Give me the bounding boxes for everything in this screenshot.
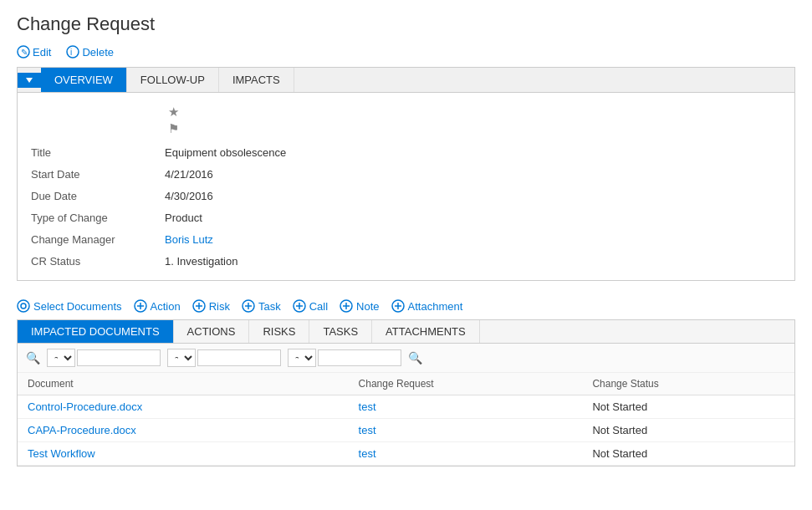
- add-action-icon: [134, 299, 147, 313]
- sub-tab-actions[interactable]: ACTIONS: [174, 320, 250, 343]
- col-change-request: Change Request: [349, 373, 583, 395]
- filter-group-2: ~: [167, 349, 281, 367]
- field-change-manager: Change Manager Boris Lutz: [18, 228, 794, 250]
- page-title: Change Request: [17, 13, 795, 35]
- add-attachment-button[interactable]: Attachment: [391, 299, 463, 313]
- svg-text:i: i: [70, 48, 72, 57]
- flag-icon[interactable]: ⚑: [168, 121, 794, 136]
- edit-label: Edit: [33, 46, 51, 59]
- tab-followup[interactable]: FOLLOW-UP: [127, 68, 219, 92]
- add-note-button[interactable]: Note: [340, 299, 379, 313]
- type-of-change-value: Product: [165, 212, 202, 224]
- svg-text:✎: ✎: [21, 48, 28, 57]
- filter-select-2[interactable]: ~: [167, 349, 196, 367]
- call-label: Call: [309, 300, 328, 313]
- col-document: Document: [18, 373, 349, 395]
- delete-icon: i: [66, 45, 79, 59]
- main-tabs-bar: OVERVIEW FOLLOW-UP IMPACTS: [17, 67, 795, 93]
- due-date-value: 4/30/2016: [165, 190, 213, 202]
- star-icon[interactable]: ★: [168, 105, 794, 120]
- sub-tab-tasks[interactable]: TASKS: [309, 320, 372, 343]
- filter-group-1: ~: [47, 349, 161, 367]
- field-due-date: Due Date 4/30/2016: [18, 185, 794, 207]
- select-documents-label: Select Documents: [33, 300, 122, 313]
- document-cell[interactable]: CAPA-Procedure.docx: [18, 419, 349, 442]
- filter-select-1[interactable]: ~: [47, 349, 75, 367]
- delete-button[interactable]: i Delete: [66, 45, 114, 59]
- field-start-date: Start Date 4/21/2016: [18, 163, 794, 185]
- attachment-label: Attachment: [408, 300, 463, 313]
- tab-overview[interactable]: OVERVIEW: [41, 68, 127, 92]
- change-request-cell[interactable]: test: [349, 442, 583, 466]
- task-label: Task: [258, 300, 281, 313]
- action-label: Action: [151, 300, 181, 313]
- col-change-status: Change Status: [582, 373, 794, 395]
- star-flag-area: ★ ⚑: [18, 101, 794, 141]
- add-attachment-icon: [391, 299, 405, 313]
- change-request-cell[interactable]: test: [349, 419, 583, 442]
- svg-point-5: [21, 303, 26, 309]
- add-call-icon: [293, 299, 306, 313]
- tab-dropdown[interactable]: [18, 73, 41, 88]
- sub-tab-impacted-documents[interactable]: IMPACTED DOCUMENTS: [18, 320, 174, 343]
- filter-group-3: ~: [288, 349, 401, 367]
- select-documents-button[interactable]: Select Documents: [17, 299, 122, 313]
- search-icon-left: 🔍: [26, 351, 40, 365]
- title-value: Equipment obsolescence: [165, 146, 286, 159]
- note-label: Note: [356, 300, 379, 313]
- filter-input-1[interactable]: [77, 349, 161, 366]
- change-status-cell: Not Started: [582, 395, 794, 419]
- add-risk-button[interactable]: Risk: [192, 299, 230, 313]
- field-title: Title Equipment obsolescence: [18, 141, 794, 163]
- delete-label: Delete: [82, 46, 114, 59]
- filter-row: 🔍 ~ ~ ~ 🔍: [18, 344, 794, 373]
- start-date-value: 4/21/2016: [165, 168, 213, 181]
- add-call-button[interactable]: Call: [293, 299, 328, 313]
- overview-panel: ★ ⚑ Title Equipment obsolescence Start D…: [17, 93, 795, 281]
- table-container: 🔍 ~ ~ ~ 🔍: [17, 344, 795, 467]
- add-action-button[interactable]: Action: [134, 299, 181, 313]
- document-cell[interactable]: Control-Procedure.docx: [18, 395, 349, 419]
- change-manager-link[interactable]: Boris Lutz: [165, 233, 213, 246]
- svg-point-2: [67, 46, 79, 58]
- add-risk-icon: [192, 299, 206, 313]
- cr-status-value: 1. Investigation: [165, 255, 237, 268]
- filter-select-3[interactable]: ~: [288, 349, 316, 367]
- edit-button[interactable]: ✎ Edit: [17, 45, 51, 59]
- table-row: CAPA-Procedure.docxtestNot Started: [18, 419, 794, 442]
- sub-tabs-bar: IMPACTED DOCUMENTS ACTIONS RISKS TASKS A…: [17, 319, 795, 344]
- field-cr-status: CR Status 1. Investigation: [18, 250, 794, 272]
- change-status-cell: Not Started: [582, 419, 794, 442]
- impacted-documents-table: Document Change Request Change Status Co…: [18, 373, 794, 466]
- chevron-down-icon: [26, 78, 33, 83]
- tab-impacts[interactable]: IMPACTS: [219, 68, 294, 92]
- filter-input-2[interactable]: [197, 349, 281, 366]
- add-task-button[interactable]: Task: [242, 299, 281, 313]
- select-docs-icon: [17, 299, 30, 313]
- add-task-icon: [242, 299, 255, 313]
- change-status-cell: Not Started: [582, 442, 794, 466]
- top-toolbar: ✎ Edit i Delete: [17, 45, 795, 59]
- risk-label: Risk: [209, 300, 230, 313]
- filter-input-3[interactable]: [318, 349, 401, 366]
- edit-icon: ✎: [17, 45, 30, 59]
- document-cell[interactable]: Test Workflow: [18, 442, 349, 466]
- change-request-cell[interactable]: test: [349, 395, 583, 419]
- add-note-icon: [340, 299, 353, 313]
- svg-point-4: [18, 300, 29, 312]
- table-row: Test WorkflowtestNot Started: [18, 442, 794, 466]
- sub-tab-attachments[interactable]: ATTACHMENTS: [372, 320, 480, 343]
- field-type-of-change: Type of Change Product: [18, 207, 794, 228]
- sub-tab-risks[interactable]: RISKS: [249, 320, 309, 343]
- action-bar: Select Documents Action Risk: [17, 293, 795, 319]
- table-row: Control-Procedure.docxtestNot Started: [18, 395, 794, 419]
- search-icon-right[interactable]: 🔍: [408, 351, 422, 365]
